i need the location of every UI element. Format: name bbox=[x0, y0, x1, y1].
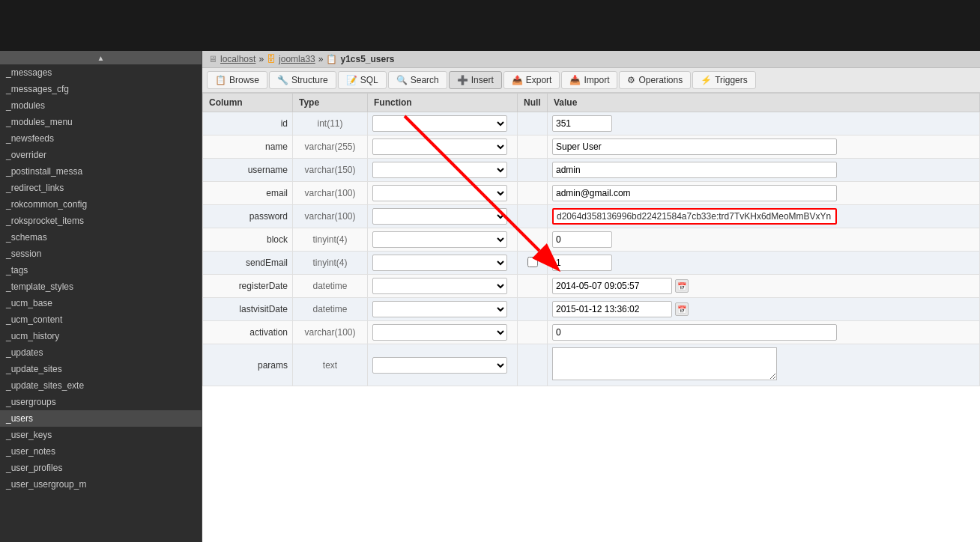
value-input-email[interactable] bbox=[552, 185, 837, 201]
sql-icon: 📝 bbox=[346, 75, 357, 85]
structure-icon: 🔧 bbox=[277, 75, 288, 85]
value-input-password[interactable] bbox=[552, 208, 837, 225]
function-select-lastvisitdate[interactable] bbox=[372, 301, 507, 317]
server-icon: 🖥 bbox=[208, 54, 217, 64]
sidebar-item[interactable]: _updates bbox=[0, 344, 202, 361]
table-row: name varchar(255) bbox=[203, 136, 980, 159]
table-row: registerDate datetime 📅 bbox=[203, 275, 980, 298]
sidebar-item[interactable]: _rokcommon_config bbox=[0, 196, 202, 213]
triggers-icon: ⚡ bbox=[701, 75, 712, 85]
function-select-email[interactable] bbox=[372, 185, 507, 201]
insert-icon: ➕ bbox=[457, 75, 468, 85]
field-function-password bbox=[368, 205, 518, 228]
operations-icon: ⚙ bbox=[627, 75, 635, 85]
field-null-registerdate bbox=[518, 275, 548, 298]
value-input-id[interactable] bbox=[552, 115, 612, 132]
export-button[interactable]: 📤 Export bbox=[503, 71, 560, 89]
sidebar-item[interactable]: _modules_menu bbox=[0, 114, 202, 130]
field-value-block bbox=[548, 228, 980, 252]
field-type-block: tinyint(4) bbox=[293, 228, 368, 252]
table-row: email varchar(100) bbox=[203, 182, 980, 205]
triggers-button[interactable]: ⚡ Triggers bbox=[692, 71, 756, 89]
field-function-params bbox=[368, 344, 518, 386]
sidebar-item[interactable]: _ucm_base bbox=[0, 295, 202, 311]
field-null-activation bbox=[518, 321, 548, 344]
browse-icon: 📋 bbox=[215, 75, 226, 85]
field-name-block: block bbox=[203, 228, 293, 252]
field-name-activation: activation bbox=[203, 321, 293, 344]
col-header-null: Null bbox=[518, 94, 548, 112]
value-input-name[interactable] bbox=[552, 138, 837, 155]
value-input-block[interactable] bbox=[552, 231, 612, 248]
col-header-type: Type bbox=[293, 94, 368, 112]
sidebar-item[interactable]: _postinstall_messa bbox=[0, 163, 202, 180]
sidebar-scroll-up[interactable]: ▲ bbox=[0, 51, 202, 64]
sidebar-item[interactable]: _redirect_links bbox=[0, 180, 202, 196]
sidebar-item[interactable]: _ucm_history bbox=[0, 328, 202, 344]
function-select-params[interactable] bbox=[372, 357, 507, 374]
sql-button[interactable]: 📝 SQL bbox=[338, 71, 387, 89]
value-input-lastvisitdate[interactable] bbox=[552, 301, 672, 317]
function-select-sendemail[interactable] bbox=[372, 255, 507, 271]
sidebar-item[interactable]: _modules bbox=[0, 97, 202, 114]
sidebar-item[interactable]: _user_usergroup_m bbox=[0, 476, 202, 493]
sidebar-item-users[interactable]: _users bbox=[0, 410, 202, 427]
value-input-sendemail[interactable] bbox=[552, 255, 612, 271]
function-select-username[interactable] bbox=[372, 162, 507, 178]
field-null-id bbox=[518, 112, 548, 136]
sidebar-item[interactable]: _user_notes bbox=[0, 443, 202, 460]
breadcrumb-sep1: » bbox=[258, 54, 264, 64]
operations-button[interactable]: ⚙ Operations bbox=[619, 71, 691, 89]
sidebar-item[interactable]: _overrider bbox=[0, 147, 202, 163]
value-input-registerdate[interactable] bbox=[552, 278, 672, 294]
search-button[interactable]: 🔍 Search bbox=[388, 71, 447, 89]
sidebar-item[interactable]: _messages bbox=[0, 64, 202, 81]
breadcrumb-db[interactable]: joomla33 bbox=[279, 54, 315, 64]
browse-button[interactable]: 📋 Browse bbox=[207, 71, 267, 89]
function-select-name[interactable] bbox=[372, 138, 507, 155]
field-function-username bbox=[368, 159, 518, 182]
sidebar-item[interactable]: _schemas bbox=[0, 229, 202, 246]
breadcrumb-host[interactable]: localhost bbox=[220, 54, 255, 64]
function-select-id[interactable] bbox=[372, 115, 507, 132]
sidebar-item[interactable]: _update_sites bbox=[0, 361, 202, 377]
sidebar-item[interactable]: _tags bbox=[0, 262, 202, 278]
function-select-activation[interactable] bbox=[372, 324, 507, 341]
value-input-activation[interactable] bbox=[552, 324, 837, 341]
value-textarea-params[interactable] bbox=[552, 347, 777, 380]
export-icon: 📤 bbox=[512, 75, 523, 85]
field-function-registerdate bbox=[368, 275, 518, 298]
field-type-activation: varchar(100) bbox=[293, 321, 368, 344]
sidebar-item[interactable]: _update_sites_exte bbox=[0, 377, 202, 394]
table-row: lastvisitDate datetime 📅 bbox=[203, 298, 980, 321]
insert-button[interactable]: ➕ Insert bbox=[449, 71, 502, 89]
content-area: 🖥 localhost » 🗄 joomla33 » 📋 y1cs5_users… bbox=[202, 51, 980, 542]
sidebar-item[interactable]: _roksprocket_items bbox=[0, 213, 202, 229]
value-input-username[interactable] bbox=[552, 162, 837, 178]
function-select-password[interactable] bbox=[372, 208, 507, 225]
sidebar-item[interactable]: _messages_cfg bbox=[0, 81, 202, 97]
sidebar-item[interactable]: _usergroups bbox=[0, 394, 202, 410]
table-row: id int(11) bbox=[203, 112, 980, 136]
import-button[interactable]: 📥 Import bbox=[561, 71, 617, 89]
structure-button[interactable]: 🔧 Structure bbox=[269, 71, 336, 89]
field-null-params bbox=[518, 344, 548, 386]
field-type-lastvisitdate: datetime bbox=[293, 298, 368, 321]
sidebar-item-user-profiles[interactable]: _user_profiles bbox=[0, 460, 202, 476]
table-icon: 📋 bbox=[326, 54, 337, 64]
null-checkbox-sendemail[interactable] bbox=[527, 257, 538, 267]
calendar-icon-lastvisitdate[interactable]: 📅 bbox=[675, 302, 689, 316]
table-row: password varchar(100) bbox=[203, 205, 980, 228]
field-name-name: name bbox=[203, 136, 293, 159]
calendar-icon-registerdate[interactable]: 📅 bbox=[675, 279, 689, 293]
field-null-block bbox=[518, 228, 548, 252]
function-select-registerdate[interactable] bbox=[372, 278, 507, 294]
sidebar-item[interactable]: _session bbox=[0, 246, 202, 262]
sidebar-item[interactable]: _user_keys bbox=[0, 427, 202, 443]
sidebar-item[interactable]: _newsfeeds bbox=[0, 130, 202, 147]
sidebar-item[interactable]: _template_styles bbox=[0, 278, 202, 295]
field-value-activation bbox=[548, 321, 980, 344]
function-select-block[interactable] bbox=[372, 231, 507, 248]
field-function-block bbox=[368, 228, 518, 252]
sidebar-item[interactable]: _ucm_content bbox=[0, 311, 202, 328]
